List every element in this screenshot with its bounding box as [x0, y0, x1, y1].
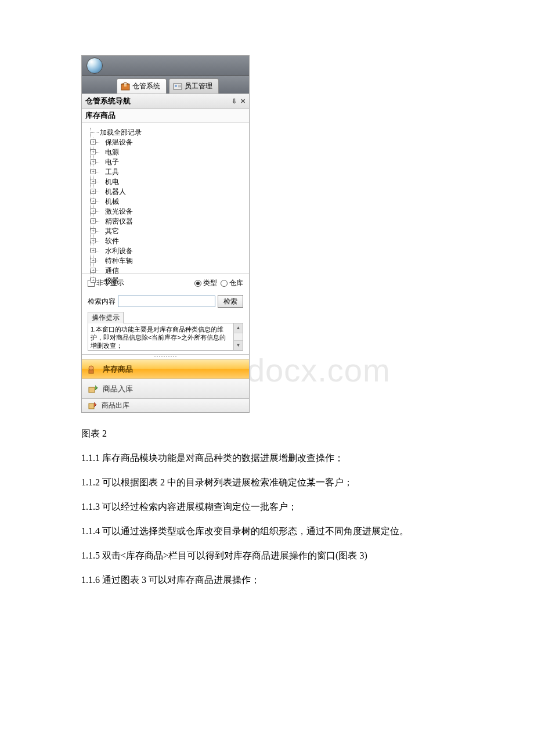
tree-node-label: 机械	[105, 197, 119, 206]
svg-rect-8	[89, 387, 95, 393]
expand-icon[interactable]: +	[91, 169, 96, 174]
person-card-icon	[173, 82, 182, 91]
page-container: 仓管系统 员工管理 仓管系统导航 ⇩ ✕ 库存商品 加载全部记录 +保温设备+电…	[0, 0, 534, 587]
svg-rect-7	[89, 370, 93, 373]
navbar-label: 商品入库	[103, 384, 133, 394]
radio-icon	[221, 280, 228, 287]
navbar-item-inventory[interactable]: 库存商品	[82, 359, 249, 379]
doc-paragraph: 1.1.4 可以通过选择类型或仓库改变目录树的组织形态，通过不同角度进展定位。	[81, 524, 453, 538]
tips-tab-label: 操作提示	[88, 312, 124, 323]
radio-icon	[194, 280, 201, 287]
doc-paragraph: 1.1.6 通过图表 3 可以对库存商品进展操作；	[81, 573, 453, 587]
tree-node[interactable]: +电子	[93, 157, 244, 167]
svg-point-3	[175, 85, 177, 87]
search-input[interactable]	[118, 296, 215, 307]
tab-warehouse-system[interactable]: 仓管系统	[117, 78, 167, 93]
expand-icon[interactable]: +	[91, 258, 96, 263]
tree-node-label: 通信	[105, 267, 119, 275]
tree-node[interactable]: +特种车辆	[93, 256, 244, 266]
tree-node-label: 水利设备	[105, 247, 133, 255]
tree-node[interactable]: +机电	[93, 177, 244, 187]
tree-node-label: 机电	[105, 178, 119, 186]
nav-title: 仓管系统导航	[85, 96, 131, 106]
app-orb-icon[interactable]	[86, 57, 103, 74]
expand-icon[interactable]: +	[91, 228, 96, 233]
tab-label: 员工管理	[185, 81, 212, 91]
tree-node-label: 保温设备	[105, 138, 133, 146]
stock-out-icon	[88, 401, 97, 411]
expand-icon[interactable]: +	[91, 159, 96, 164]
expand-icon[interactable]: +	[91, 149, 96, 154]
expand-icon[interactable]: +	[91, 199, 96, 204]
splitter-grip[interactable]	[82, 354, 249, 359]
tree-node-label: 机器人	[105, 188, 126, 196]
svg-rect-1	[124, 84, 127, 87]
tree-node[interactable]: +精密仪器	[93, 217, 244, 226]
tips-text: 1.本窗口的功能主要是对库存商品种类信息的维护，即对商品信息除<当前库存>之外所…	[88, 323, 233, 350]
svg-rect-5	[178, 87, 181, 87]
box-icon	[121, 82, 130, 91]
tree-node[interactable]: +工具	[93, 167, 244, 177]
tree-node-label: 电子	[105, 158, 119, 166]
tree-node[interactable]: +软件	[93, 236, 244, 246]
tree-node[interactable]: +通信	[93, 266, 244, 276]
search-label: 检索内容	[88, 297, 116, 307]
scroll-up-icon[interactable]: ▲	[234, 323, 243, 333]
navbar-label: 商品出库	[102, 401, 129, 411]
inventory-icon	[88, 364, 98, 375]
pin-icon[interactable]: ⇩	[232, 98, 237, 105]
ribbon-titlebar	[82, 56, 249, 76]
figure-caption: 图表 2	[81, 427, 453, 441]
tree-node[interactable]: +其它	[93, 226, 244, 236]
search-button[interactable]: 检索	[218, 295, 243, 308]
expand-icon[interactable]: +	[91, 208, 96, 214]
tree-node-label: 其它	[105, 227, 119, 235]
expand-icon[interactable]: +	[91, 248, 96, 253]
tree-node-label: 精密仪器	[105, 217, 133, 225]
tips-scrollbar[interactable]: ▲ ▼	[233, 323, 243, 350]
tree-node[interactable]: +水利设备	[93, 246, 244, 256]
navbar-item-stock-out[interactable]: 商品出库	[82, 398, 249, 412]
tab-label: 仓管系统	[132, 81, 160, 91]
tree-root-load-all[interactable]: 加载全部记录	[91, 128, 244, 138]
tips-box: 1.本窗口的功能主要是对库存商品种类信息的维护，即对商品信息除<当前库存>之外所…	[88, 323, 243, 351]
tree-node-label: 电源	[105, 148, 119, 156]
stock-in-icon	[88, 384, 98, 394]
tips-label-row: 操作提示	[82, 311, 249, 323]
svg-rect-4	[178, 85, 181, 85]
tree-node-label: 软件	[105, 237, 119, 245]
doc-paragraph: 1.1.2 可以根据图表 2 中的目录树列表进展检索准确定位某一客户；	[81, 476, 453, 489]
tree-node[interactable]: +机器人	[93, 187, 244, 197]
document-body: 图表 2 1.1.1 库存商品模块功能是对商品种类的数据进展增删改查操作； 1.…	[81, 427, 453, 587]
nav-panel-header: 仓管系统导航 ⇩ ✕	[82, 93, 249, 109]
expand-icon[interactable]: +	[91, 139, 96, 145]
tree-node-label: 特种车辆	[105, 257, 133, 265]
tree-node[interactable]: +激光设备	[93, 207, 244, 217]
navbar-label: 库存商品	[103, 364, 133, 375]
ribbon-tabs: 仓管系统 员工管理	[82, 76, 249, 93]
doc-paragraph: 1.1.5 双击<库存商品>栏目可以得到对库存商品进展操作的窗口(图表 3)	[81, 549, 453, 563]
expand-icon[interactable]: +	[91, 218, 96, 224]
search-row: 检索内容 检索	[82, 293, 249, 311]
section-label-inventory: 库存商品	[82, 109, 249, 123]
expand-icon[interactable]: +	[91, 189, 96, 194]
tree-node[interactable]: +电源	[93, 147, 244, 157]
close-icon[interactable]: ✕	[240, 98, 246, 105]
tab-employee-mgmt[interactable]: 员工管理	[169, 78, 219, 93]
expand-icon[interactable]: +	[91, 238, 96, 243]
tree-node[interactable]: +保温设备	[93, 138, 244, 147]
scroll-down-icon[interactable]: ▼	[234, 340, 243, 350]
doc-paragraph: 1.1.3 可以经过检索内容进展模糊查询定位一批客户；	[81, 500, 453, 514]
expand-icon[interactable]: +	[91, 278, 96, 283]
doc-paragraph: 1.1.1 库存商品模块功能是对商品种类的数据进展增删改查操作；	[81, 451, 453, 465]
category-tree[interactable]: 加载全部记录 +保温设备+电源+电子+工具+机电+机器人+机械+激光设备+精密仪…	[82, 123, 249, 273]
expand-icon[interactable]: +	[91, 268, 96, 273]
tree-node[interactable]: +机械	[93, 197, 244, 207]
app-window: 仓管系统 员工管理 仓管系统导航 ⇩ ✕ 库存商品 加载全部记录 +保温设备+电…	[81, 55, 250, 413]
tree-node-label: 工具	[105, 168, 119, 176]
svg-rect-9	[89, 404, 94, 409]
expand-icon[interactable]: +	[91, 179, 96, 184]
navbar-item-stock-in[interactable]: 商品入库	[82, 379, 249, 398]
tree-node-label: 激光设备	[105, 207, 133, 215]
tree-node-label: 仪器	[105, 276, 119, 285]
